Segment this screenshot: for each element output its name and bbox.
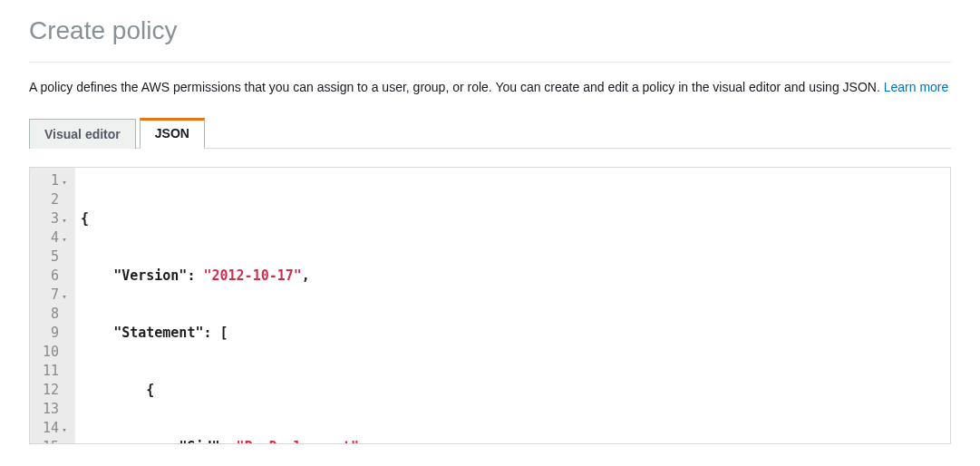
line-number: 13 bbox=[37, 400, 68, 419]
fold-toggle-icon[interactable]: ▾ bbox=[61, 287, 68, 306]
policy-editor-tabs: Visual editor JSON bbox=[29, 117, 951, 149]
code-area[interactable]: { "Version": "2012-10-17", "Statement": … bbox=[75, 168, 950, 443]
fold-toggle-icon[interactable]: ▾ bbox=[61, 211, 68, 230]
policy-description: A policy defines the AWS permissions tha… bbox=[29, 79, 951, 97]
line-number: 1▾ bbox=[37, 171, 68, 190]
fold-toggle-icon[interactable]: ▾ bbox=[61, 173, 68, 192]
divider bbox=[29, 62, 951, 63]
json-editor[interactable]: 1▾23▾4▾567▾891011121314▾1516 { "Version"… bbox=[29, 167, 951, 444]
fold-toggle-icon[interactable]: ▾ bbox=[61, 421, 68, 440]
tab-json[interactable]: JSON bbox=[140, 118, 205, 149]
description-text: A policy defines the AWS permissions tha… bbox=[29, 80, 884, 94]
line-number: 8 bbox=[37, 305, 68, 324]
line-number: 9 bbox=[37, 324, 68, 343]
line-number: 10 bbox=[37, 343, 68, 362]
line-number: 3▾ bbox=[37, 209, 68, 228]
line-number: 2 bbox=[37, 190, 68, 209]
learn-more-link[interactable]: Learn more bbox=[884, 80, 949, 94]
line-number: 6 bbox=[37, 267, 68, 286]
line-number: 12 bbox=[37, 381, 68, 400]
line-number: 14▾ bbox=[37, 419, 68, 438]
line-number: 11 bbox=[37, 362, 68, 381]
fold-toggle-icon[interactable]: ▾ bbox=[61, 230, 68, 249]
line-number: 7▾ bbox=[37, 286, 68, 305]
line-number-gutter: 1▾23▾4▾567▾891011121314▾1516 bbox=[30, 168, 75, 443]
page-title: Create policy bbox=[29, 16, 951, 45]
line-number: 4▾ bbox=[37, 228, 68, 248]
line-number: 5 bbox=[37, 248, 68, 267]
tab-visual-editor[interactable]: Visual editor bbox=[29, 119, 136, 149]
